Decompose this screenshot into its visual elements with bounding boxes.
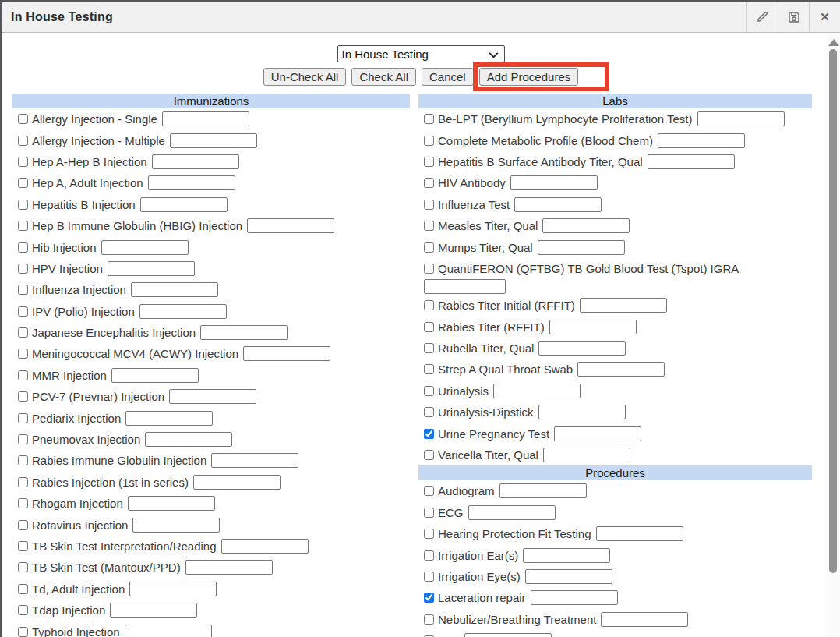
checkbox-meningococcal-mcv4-acwy-injection[interactable]: [18, 349, 28, 359]
category-select[interactable]: In House Testing: [337, 45, 505, 62]
input-varicella-titer-qual[interactable]: [543, 448, 630, 462]
checkbox-laceration-repair[interactable]: [424, 593, 434, 603]
edit-button[interactable]: [746, 2, 778, 32]
checkbox-japanese-encephalitis-injection[interactable]: [18, 327, 28, 338]
input-hiv-antibody[interactable]: [510, 175, 598, 190]
input-measles-titer-qual[interactable]: [542, 218, 630, 233]
input-typhoid-injection[interactable]: [125, 625, 212, 637]
checkbox-pediarix-injection[interactable]: [18, 413, 28, 423]
checkbox-strep-a-qual-throat-swab[interactable]: [424, 364, 434, 374]
checkbox-tdap-injection[interactable]: [18, 605, 28, 615]
input-mmr-injection[interactable]: [111, 368, 199, 383]
checkbox-hib-injection[interactable]: [18, 242, 28, 253]
input-pneumovax-injection[interactable]: [145, 432, 232, 447]
input-mumps-titer-qual[interactable]: [538, 240, 625, 255]
cancel-button[interactable]: Cancel: [422, 68, 474, 86]
input-tdap-injection[interactable]: [110, 603, 197, 618]
checkbox-rabies-injection-1st-in-series[interactable]: [18, 477, 28, 487]
checkbox-tb-skin-test-mantoux-ppd[interactable]: [18, 562, 28, 572]
input-urine-pregnancy-test[interactable]: [554, 426, 641, 441]
checkbox-be-lpt-beryllium-lymphocyte-proliferation-test[interactable]: [424, 114, 434, 124]
checkbox-td-adult-injection[interactable]: [18, 584, 28, 594]
input-hep-a-adult-injection[interactable]: [148, 175, 235, 190]
input-meningococcal-mcv4-acwy-injection[interactable]: [243, 346, 330, 361]
checkbox-urinalysis-dipstick[interactable]: [424, 407, 434, 417]
checkbox-influenza-injection[interactable]: [18, 285, 28, 295]
checkbox-ipv-polio-injection[interactable]: [18, 306, 28, 317]
checkbox-pcv-7-prevnar-injection[interactable]: [18, 391, 28, 402]
checkbox-mumps-titer-qual[interactable]: [424, 242, 434, 253]
input-strep-a-qual-throat-swab[interactable]: [577, 362, 665, 377]
checkbox-tb-skin-test-interpretation-reading[interactable]: [18, 541, 28, 551]
input-allergy-injection-multiple[interactable]: [170, 133, 257, 148]
input-rabies-titer-rffit[interactable]: [549, 320, 637, 334]
checkbox-complete-metabolic-profile-blood-chem[interactable]: [424, 136, 434, 146]
input-tb-skin-test-mantoux-ppd[interactable]: [185, 560, 273, 575]
input-laceration-repair[interactable]: [531, 590, 618, 605]
input-rabies-immune-globulin-injection[interactable]: [211, 453, 298, 468]
input-quantiferon-qftbg-tb-gold-blood-test-tspot-igra[interactable]: [424, 279, 506, 294]
checkbox-irrigation-ear-s[interactable]: [424, 550, 434, 561]
checkbox-irrigation-eye-s[interactable]: [424, 572, 434, 582]
checkbox-hepatitis-b-surface-antibody-titer-qual[interactable]: [424, 157, 434, 167]
checkbox-varicella-titer-qual[interactable]: [424, 450, 434, 460]
input-irrigation-eye-s[interactable]: [525, 569, 612, 584]
input-rhogam-injection[interactable]: [128, 496, 215, 511]
checkbox-nebulizer-breathing-treatment[interactable]: [424, 614, 434, 625]
input-urinalysis-dipstick[interactable]: [538, 405, 626, 419]
checkbox-allergy-injection-multiple[interactable]: [18, 136, 28, 146]
vertical-scrollbar[interactable]: [827, 34, 840, 637]
input-ecg[interactable]: [468, 505, 556, 520]
input-hep-a-hep-b-injection[interactable]: [152, 154, 239, 169]
input-rabies-titer-initial-rffit[interactable]: [580, 298, 667, 313]
checkbox-mmr-injection[interactable]: [18, 370, 28, 380]
checkbox-urine-pregnancy-test[interactable]: [424, 429, 434, 439]
checkbox-hpv-injection[interactable]: [18, 264, 28, 274]
input-rubella-titer-qual[interactable]: [538, 341, 626, 356]
checkbox-rotavirus-injection[interactable]: [18, 520, 28, 530]
input-urinalysis[interactable]: [493, 384, 581, 398]
input-influenza-injection[interactable]: [131, 282, 218, 297]
input-pediarix-injection[interactable]: [125, 411, 213, 426]
input-tb-skin-test-interpretation-reading[interactable]: [221, 539, 309, 554]
input-pcv-7-prevnar-injection[interactable]: [169, 389, 256, 404]
input-hib-injection[interactable]: [101, 240, 189, 255]
input-japanese-encephalitis-injection[interactable]: [200, 325, 288, 340]
checkbox-urinalysis[interactable]: [424, 386, 434, 396]
checkbox-influenza-test[interactable]: [424, 200, 434, 210]
checkbox-allergy-injection-single[interactable]: [18, 114, 28, 124]
input-rabies-injection-1st-in-series[interactable]: [193, 475, 281, 490]
add-procedures-button[interactable]: Add Procedures: [479, 68, 579, 86]
uncheck-all-button[interactable]: Un-Check All: [263, 68, 347, 86]
close-button[interactable]: ✕: [809, 2, 840, 32]
scroll-up-button[interactable]: [828, 39, 839, 46]
checkbox-hep-a-hep-b-injection[interactable]: [18, 157, 28, 167]
input-pft[interactable]: [464, 633, 552, 637]
checkbox-hiv-antibody[interactable]: [424, 178, 434, 188]
input-allergy-injection-single[interactable]: [162, 111, 249, 126]
checkbox-hep-b-immune-globulin-hbig-injection[interactable]: [18, 221, 28, 231]
input-be-lpt-beryllium-lymphocyte-proliferation-test[interactable]: [697, 111, 785, 126]
checkbox-hepatitis-b-injection[interactable]: [18, 200, 28, 210]
input-ipv-polio-injection[interactable]: [139, 304, 227, 319]
input-complete-metabolic-profile-blood-chem[interactable]: [658, 133, 745, 148]
input-influenza-test[interactable]: [514, 197, 602, 212]
checkbox-hearing-protection-fit-testing[interactable]: [424, 529, 434, 539]
input-hep-b-immune-globulin-hbig-injection[interactable]: [247, 218, 334, 233]
checkbox-rabies-immune-globulin-injection[interactable]: [18, 455, 28, 465]
checkbox-quantiferon-qftbg-tb-gold-blood-test-tspot-igra[interactable]: [424, 264, 434, 274]
save-button[interactable]: [778, 2, 809, 32]
checkbox-ecg[interactable]: [424, 508, 434, 518]
input-irrigation-ear-s[interactable]: [523, 548, 610, 563]
input-nebulizer-breathing-treatment[interactable]: [601, 612, 688, 627]
checkbox-rabies-titer-rffit[interactable]: [424, 322, 434, 332]
input-hearing-protection-fit-testing[interactable]: [596, 526, 683, 541]
checkbox-hep-a-adult-injection[interactable]: [18, 178, 28, 188]
checkbox-typhoid-injection[interactable]: [18, 627, 28, 637]
input-hpv-injection[interactable]: [108, 261, 195, 276]
input-hepatitis-b-surface-antibody-titer-qual[interactable]: [648, 154, 735, 169]
checkbox-audiogram[interactable]: [424, 486, 434, 496]
checkbox-rhogam-injection[interactable]: [18, 498, 28, 508]
input-rotavirus-injection[interactable]: [132, 518, 220, 533]
checkbox-pneumovax-injection[interactable]: [18, 434, 28, 444]
